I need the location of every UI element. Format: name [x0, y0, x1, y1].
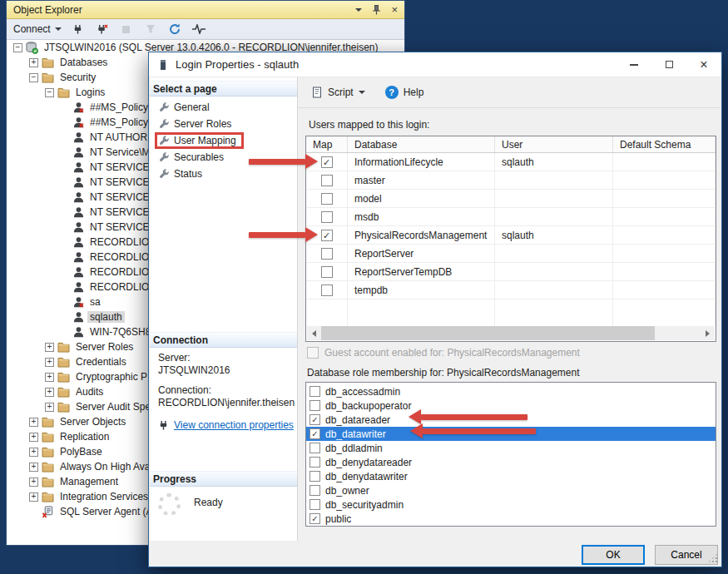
map-checkbox[interactable] — [321, 285, 333, 296]
close-icon[interactable]: × — [391, 4, 398, 15]
role-row-db-accessadmin[interactable]: db_accessadmin — [306, 384, 716, 398]
role-checkbox[interactable]: ✓ — [310, 414, 320, 425]
role-row-db-ddladmin[interactable]: db_ddladmin — [306, 441, 716, 455]
expand-icon[interactable]: + — [29, 448, 38, 457]
map-checkbox[interactable]: ✓ — [321, 156, 333, 168]
expand-icon[interactable]: + — [45, 373, 54, 382]
page-item-server-roles[interactable]: Server Roles — [155, 116, 239, 132]
window-position-caret-icon[interactable] — [355, 8, 362, 12]
role-row-db-securityadmin[interactable]: db_securityadmin — [306, 497, 716, 512]
mapping-row-master[interactable]: master — [306, 171, 716, 190]
role-checkbox[interactable] — [310, 457, 320, 468]
collapse-icon[interactable]: − — [29, 73, 38, 82]
mapping-row-informationlifecycle[interactable]: ✓InformationLifecyclesqlauth — [306, 153, 716, 171]
scrollbar-track[interactable] — [321, 326, 701, 340]
page-item-user-mapping[interactable]: User Mapping — [155, 132, 244, 149]
expand-icon[interactable]: + — [29, 463, 38, 472]
guest-account-checkbox — [307, 347, 319, 359]
expand-icon[interactable]: + — [29, 492, 38, 502]
default-schema-cell — [613, 208, 716, 225]
refresh-icon[interactable] — [167, 22, 182, 37]
role-row-db-denydatawriter[interactable]: db_denydatawriter — [306, 469, 716, 483]
map-checkbox[interactable] — [321, 248, 333, 260]
disconnect-plug-icon[interactable] — [95, 22, 110, 37]
connect-plug-icon[interactable] — [71, 22, 86, 37]
expand-icon[interactable]: + — [29, 433, 38, 442]
folder-icon — [42, 57, 54, 68]
role-row-db-owner[interactable]: db_owner — [306, 483, 716, 497]
mapping-row-model[interactable]: model — [306, 190, 716, 208]
role-row-db-backupoperator[interactable]: db_backupoperator — [306, 398, 716, 413]
maximize-icon[interactable] — [651, 52, 686, 77]
role-checkbox[interactable] — [310, 400, 320, 411]
expand-icon[interactable]: + — [29, 418, 38, 427]
default-schema-cell — [613, 226, 716, 244]
mapping-row-reportservertempdb[interactable]: ReportServerTempDB — [306, 263, 716, 281]
role-checkbox[interactable]: ✓ — [310, 513, 320, 524]
role-checkbox[interactable] — [310, 471, 320, 482]
horizontal-scrollbar[interactable] — [307, 326, 715, 340]
collapse-icon[interactable]: − — [13, 43, 22, 52]
folder-icon — [57, 372, 70, 383]
role-row-public[interactable]: ✓public — [306, 512, 716, 526]
tree-item-label: ##MS_Policy — [87, 116, 151, 128]
wrench-icon — [159, 169, 170, 180]
page-item-securables[interactable]: Securables — [155, 149, 231, 166]
login-properties-dialog: Login Properties - sqlauth × Script ? He… — [148, 52, 722, 567]
map-checkbox[interactable] — [321, 266, 333, 278]
view-connection-properties-link[interactable]: View connection properties — [174, 419, 294, 432]
role-checkbox[interactable] — [310, 386, 320, 397]
help-button[interactable]: ? Help — [382, 84, 428, 101]
expand-icon[interactable]: + — [29, 58, 38, 67]
expand-icon[interactable]: + — [45, 358, 54, 367]
page-item-general[interactable]: General — [155, 99, 217, 116]
column-header-map[interactable]: Map — [306, 136, 348, 152]
expand-icon[interactable]: + — [45, 343, 54, 352]
ok-button[interactable]: OK — [582, 545, 645, 565]
scroll-right-icon[interactable] — [701, 326, 715, 340]
expand-icon[interactable]: + — [45, 403, 54, 412]
tree-item-label: NT SERVICE\ — [87, 206, 155, 218]
connect-button[interactable]: Connect — [13, 23, 62, 35]
guest-account-label: Guest account enabled for: PhysicalRecor… — [324, 347, 580, 359]
dialog-toolbar: Script ? Help — [298, 77, 721, 108]
mapping-row-reportserver[interactable]: ReportServer — [306, 245, 716, 263]
role-checkbox[interactable]: ✓ — [310, 428, 320, 439]
script-button[interactable]: Script — [308, 85, 369, 100]
mapping-row-physicalrecordsmanagement[interactable]: ✓PhysicalRecordsManagementsqlauth — [306, 226, 716, 245]
mapping-row-tempdb[interactable]: tempdb — [306, 281, 716, 299]
map-checkbox[interactable]: ✓ — [321, 230, 333, 241]
collapse-icon[interactable]: − — [45, 88, 54, 97]
role-row-db-denydatareader[interactable]: db_denydatareader — [306, 455, 716, 469]
close-icon[interactable]: × — [686, 52, 721, 77]
activity-monitor-icon[interactable] — [191, 22, 206, 37]
expand-icon[interactable]: + — [29, 478, 38, 487]
pin-icon[interactable] — [372, 5, 381, 15]
scrollbar-thumb[interactable] — [321, 326, 655, 340]
role-checkbox[interactable] — [310, 499, 320, 510]
role-checkbox[interactable] — [310, 485, 320, 496]
tree-item-label: Credentials — [73, 356, 129, 368]
chevron-down-icon — [55, 27, 62, 31]
userx-icon — [73, 116, 84, 128]
column-header-user[interactable]: User — [495, 136, 613, 152]
map-checkbox[interactable] — [321, 211, 333, 223]
map-checkbox[interactable] — [321, 193, 333, 205]
role-checkbox[interactable] — [310, 443, 320, 453]
page-item-status[interactable]: Status — [155, 166, 210, 182]
user-icon — [73, 146, 84, 158]
scroll-left-icon[interactable] — [307, 326, 321, 340]
column-header-default-schema[interactable]: Default Schema — [613, 136, 716, 152]
role-row-db-datawriter[interactable]: ✓db_datawriter — [306, 427, 716, 441]
tree-item-label: Security — [57, 72, 98, 83]
mapping-row-msdb[interactable]: msdb — [306, 208, 716, 226]
role-row-db-datareader[interactable]: ✓db_datareader — [306, 413, 716, 427]
progress-section: Ready — [158, 493, 223, 516]
minimize-icon[interactable] — [617, 52, 651, 77]
server-value: JTSQLWIN2016 — [158, 364, 294, 377]
expand-icon[interactable]: + — [45, 388, 54, 397]
resize-grip[interactable] — [708, 553, 718, 563]
folder-icon — [57, 342, 70, 353]
column-header-database[interactable]: Database — [348, 136, 495, 152]
map-checkbox[interactable] — [321, 175, 333, 186]
